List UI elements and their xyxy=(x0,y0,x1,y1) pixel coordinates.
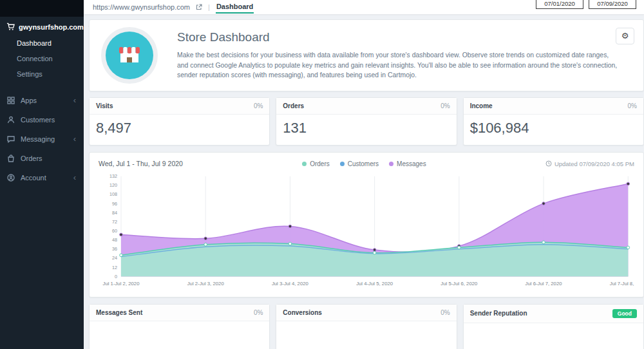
messages-dot-icon xyxy=(389,162,393,166)
card-label: Sender Reputation xyxy=(470,310,527,317)
svg-text:96: 96 xyxy=(112,201,117,207)
metric-percent: 0% xyxy=(440,102,450,109)
settings-gear-button[interactable]: ⚙ xyxy=(616,28,634,44)
svg-text:Jul 3-Jul 4, 2020: Jul 3-Jul 4, 2020 xyxy=(272,281,309,287)
updated-timestamp: Updated 07/09/2020 4:05 PM xyxy=(545,160,634,167)
metric-label: Income xyxy=(470,102,493,109)
sidebar: gwynsurfshop.com ▾ Dashboard Connection … xyxy=(0,0,84,349)
page-description: Make the best decisions for your busines… xyxy=(177,50,621,80)
page-title: Store Dashboard xyxy=(177,30,621,44)
date-to-input[interactable]: 07/09/2020 xyxy=(589,0,636,9)
chart-header: Wed, Jul 1 - Thu, Jul 9 2020 Orders Cust… xyxy=(99,160,634,167)
sidebar-item-dashboard[interactable]: Dashboard xyxy=(0,35,84,51)
topbar-divider: | xyxy=(208,3,210,11)
svg-text:72: 72 xyxy=(112,219,117,225)
sidebar-item-messaging[interactable]: Messaging ‹ xyxy=(0,129,84,149)
sidebar-item-apps[interactable]: Apps ‹ xyxy=(0,91,84,110)
metric-card-income[interactable]: Income 0% $106,984 xyxy=(463,97,644,146)
footer-row: Messages Sent 0% Conversions 0% Sender R… xyxy=(89,304,644,349)
metric-percent: 0% xyxy=(628,102,637,109)
card-label: Conversions xyxy=(283,309,322,316)
metric-value: 8,497 xyxy=(90,115,269,145)
svg-text:12: 12 xyxy=(112,265,117,270)
store-name: gwynsurfshop.com xyxy=(19,23,84,31)
card-sender-reputation[interactable]: Sender Reputation Good xyxy=(463,304,644,349)
svg-text:24: 24 xyxy=(112,255,117,261)
header-text: Store Dashboard Make the best decisions … xyxy=(177,30,621,80)
store-header-card: Store Dashboard Make the best decisions … xyxy=(89,19,644,91)
metric-row: Visits 0% 8,497 Orders 0% 131 Income 0% xyxy=(89,97,644,146)
metric-card-orders[interactable]: Orders 0% 131 xyxy=(276,97,457,146)
legend-item-messages[interactable]: Messages xyxy=(389,160,426,167)
card-percent: 0% xyxy=(440,309,450,316)
clock-icon xyxy=(545,160,552,167)
tab-dashboard[interactable]: Dashboard xyxy=(216,1,254,14)
main-area: https://www.gwynsurfshop.com | Dashboard… xyxy=(84,0,644,349)
metric-label: Orders xyxy=(283,102,304,109)
chevron-left-icon: ‹ xyxy=(73,136,76,142)
sidebar-item-label: Messaging xyxy=(21,135,55,143)
svg-text:Jul 2-Jul 3, 2020: Jul 2-Jul 3, 2020 xyxy=(187,281,225,287)
account-icon xyxy=(7,174,15,182)
legend-label: Orders xyxy=(310,160,330,167)
metric-percent: 0% xyxy=(254,102,263,109)
sidebar-item-label: Customers xyxy=(21,116,55,124)
metric-value: $106,984 xyxy=(464,115,643,145)
external-link-icon[interactable] xyxy=(196,4,202,10)
trend-chart[interactable]: 01224364860728496108120132Jul 1-Jul 2, 2… xyxy=(99,170,634,293)
sidebar-item-connection[interactable]: Connection xyxy=(0,51,84,66)
topbar: https://www.gwynsurfshop.com | Dashboard… xyxy=(84,0,644,14)
svg-text:48: 48 xyxy=(112,237,117,243)
metric-value: 131 xyxy=(276,115,456,145)
customers-dot-icon xyxy=(340,162,345,166)
cart-icon xyxy=(6,23,15,31)
svg-text:Jul 4-Jul 5, 2020: Jul 4-Jul 5, 2020 xyxy=(356,281,393,287)
store-selector[interactable]: gwynsurfshop.com ▾ xyxy=(0,17,84,35)
chevron-left-icon: ‹ xyxy=(73,174,76,181)
apps-icon xyxy=(7,97,15,104)
orders-dot-icon xyxy=(302,162,307,166)
sidebar-item-label: Orders xyxy=(21,155,43,162)
sidebar-item-orders[interactable]: Orders xyxy=(0,149,84,168)
svg-text:60: 60 xyxy=(112,228,117,234)
trend-chart-card: Wed, Jul 1 - Thu, Jul 9 2020 Orders Cust… xyxy=(89,152,644,297)
legend-item-orders[interactable]: Orders xyxy=(302,160,330,167)
svg-text:132: 132 xyxy=(109,173,117,179)
sidebar-item-account[interactable]: Account ‹ xyxy=(0,168,84,187)
legend-item-customers[interactable]: Customers xyxy=(340,160,379,167)
svg-text:108: 108 xyxy=(109,191,117,197)
metric-card-visits[interactable]: Visits 0% 8,497 xyxy=(89,97,270,146)
card-label: Messages Sent xyxy=(96,309,142,316)
sidebar-item-label: Account xyxy=(21,174,46,182)
store-logo xyxy=(101,27,158,84)
legend-label: Messages xyxy=(397,160,426,167)
svg-text:Jul 7-Jul 8, 2020: Jul 7-Jul 8, 2020 xyxy=(610,281,634,287)
date-from-input[interactable]: 07/01/2020 xyxy=(536,0,583,9)
reputation-status-badge: Good xyxy=(612,309,637,318)
metric-label: Visits xyxy=(96,102,113,109)
updated-text: Updated 07/09/2020 4:05 PM xyxy=(554,160,634,167)
svg-text:Jul 6-Jul 7, 2020: Jul 6-Jul 7, 2020 xyxy=(526,281,563,287)
orders-icon xyxy=(7,155,15,162)
card-messages-sent[interactable]: Messages Sent 0% xyxy=(89,304,270,349)
date-range-label: Wed, Jul 1 - Thu, Jul 9 2020 xyxy=(99,160,183,167)
svg-text:Jul 5-Jul 6, 2020: Jul 5-Jul 6, 2020 xyxy=(440,281,478,287)
svg-text:84: 84 xyxy=(112,210,117,216)
app-window: gwynsurfshop.com ▾ Dashboard Connection … xyxy=(0,0,644,349)
card-percent: 0% xyxy=(254,309,263,316)
sidebar-item-label: Apps xyxy=(21,97,37,104)
customers-icon xyxy=(7,116,15,124)
content: Store Dashboard Make the best decisions … xyxy=(84,14,644,349)
sidebar-item-customers[interactable]: Customers xyxy=(0,110,84,129)
svg-text:Jul 1-Jul 2, 2020: Jul 1-Jul 2, 2020 xyxy=(103,281,140,287)
storefront-icon xyxy=(106,32,153,79)
date-range: 07/01/2020 07/09/2020 xyxy=(536,0,636,9)
card-conversions[interactable]: Conversions 0% xyxy=(276,304,457,349)
legend-label: Customers xyxy=(348,160,379,167)
store-url: https://www.gwynsurfshop.com xyxy=(93,3,190,11)
sidebar-top-strip xyxy=(0,0,84,17)
svg-text:36: 36 xyxy=(112,246,117,252)
chevron-left-icon: ‹ xyxy=(73,97,76,104)
svg-text:120: 120 xyxy=(109,182,117,188)
sidebar-item-settings[interactable]: Settings xyxy=(0,66,84,82)
